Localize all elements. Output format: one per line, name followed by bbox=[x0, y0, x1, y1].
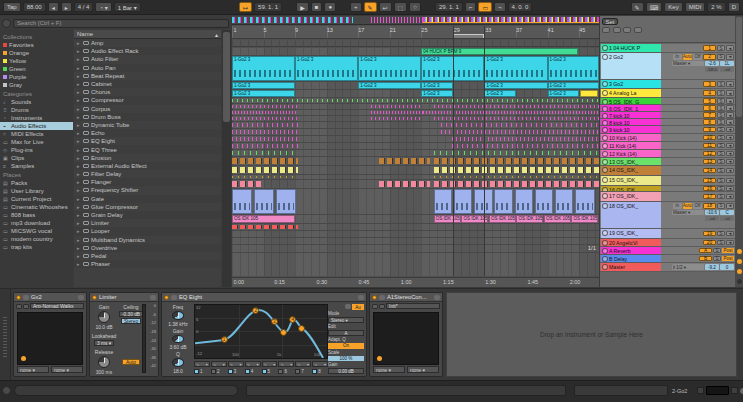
eq-band-node[interactable] bbox=[280, 329, 287, 336]
post-toggle[interactable]: Post bbox=[722, 256, 734, 262]
solo-button[interactable]: S bbox=[717, 186, 725, 191]
category-item[interactable]: ◇Plug-ins bbox=[0, 146, 73, 154]
clip[interactable]: OS IDK 105 bbox=[516, 215, 543, 223]
speaker-icon[interactable]: ◄ bbox=[726, 231, 734, 237]
master-output-select[interactable]: ii 1/2 ▾ bbox=[672, 264, 704, 270]
clip[interactable]: 1-Go2 3 bbox=[358, 56, 421, 81]
category-item[interactable]: ◔Instruments bbox=[0, 114, 73, 122]
track-header-7[interactable]: 7 kick 107S◄ bbox=[600, 112, 735, 119]
pattern-segment[interactable] bbox=[232, 99, 599, 102]
track-name[interactable]: 10 Kick (14) bbox=[601, 134, 661, 141]
clip[interactable]: OS IDK 105 bbox=[489, 215, 516, 223]
band-checkbox[interactable] bbox=[278, 369, 283, 374]
disclosure-icon[interactable]: ▸ bbox=[77, 237, 81, 243]
track-arm-number[interactable]: 8 bbox=[703, 119, 716, 125]
collection-item[interactable]: Purple bbox=[0, 73, 73, 81]
track-name[interactable]: 5 OS_IDK_G bbox=[601, 98, 661, 104]
disclosure-icon[interactable]: ▸ bbox=[77, 253, 81, 259]
q-knob[interactable] bbox=[172, 358, 184, 367]
punch-in-button[interactable]: ⌐ bbox=[465, 2, 477, 12]
track-header-4[interactable]: 4 Analog La4S◄ bbox=[600, 89, 735, 98]
audition-toggle[interactable]: Au bbox=[352, 304, 364, 310]
solo-button[interactable]: S bbox=[717, 45, 725, 51]
device-list-item[interactable]: ▸Gate bbox=[74, 195, 221, 203]
quantize-menu[interactable]: 1 Bar ▾ bbox=[114, 2, 141, 12]
place-item[interactable]: ▭MICSWG vocal bbox=[0, 227, 73, 235]
speaker-icon[interactable]: ◄ bbox=[726, 112, 734, 118]
tempo-field[interactable]: 88.00 bbox=[23, 2, 46, 12]
disclosure-icon[interactable]: ▸ bbox=[77, 163, 81, 169]
gain-value[interactable]: 10.0 dB bbox=[95, 324, 112, 330]
solo-button[interactable]: S bbox=[717, 159, 725, 165]
disclosure-icon[interactable]: ▸ bbox=[77, 147, 81, 153]
loop-start-field[interactable]: 29. 1. 1 bbox=[435, 2, 463, 12]
adaptq-toggle[interactable]: On bbox=[328, 343, 364, 349]
band-activator[interactable]: 5 bbox=[262, 368, 278, 374]
disclosure-icon[interactable]: ▸ bbox=[77, 130, 81, 136]
device-list-item[interactable]: ▸Audio Effect Rack bbox=[74, 47, 221, 55]
track-name[interactable]: B Delay bbox=[601, 255, 661, 262]
category-item[interactable]: ▭Max for Live bbox=[0, 138, 73, 146]
arrangement-scrollbar[interactable] bbox=[735, 16, 743, 287]
pattern-segment[interactable] bbox=[434, 151, 599, 155]
band-checkbox[interactable] bbox=[228, 369, 233, 374]
track-arm-number[interactable]: 2 bbox=[703, 54, 716, 60]
track-arm-number[interactable]: 3 bbox=[703, 81, 716, 87]
clip[interactable]: 1-Go2 3 bbox=[548, 82, 599, 89]
place-item[interactable]: ▭modern country bbox=[0, 235, 73, 243]
disclosure-icon[interactable]: ▸ bbox=[77, 97, 81, 103]
device-list-item[interactable]: ▸EQ Three bbox=[74, 145, 221, 153]
stereo-mode-toggle[interactable]: Stereo bbox=[121, 318, 141, 324]
track-header-14[interactable]: 14 OS_IDK_14S◄ bbox=[600, 166, 735, 176]
speaker-icon[interactable]: ◄ bbox=[726, 98, 734, 104]
track-name[interactable]: 8 kick 10 bbox=[601, 119, 661, 125]
info-view-icon[interactable] bbox=[2, 386, 11, 395]
solo-button[interactable]: S bbox=[713, 256, 721, 262]
filter-type-select[interactable]: ∿▾ bbox=[228, 361, 244, 367]
arrangement-overview[interactable] bbox=[232, 16, 599, 25]
track-arm-number[interactable]: 18 bbox=[703, 203, 716, 209]
device-activator-icon[interactable] bbox=[92, 295, 97, 300]
track-header-18[interactable]: 18 OS_IDK_InAutoOff18S◄Master ▾-10.6C-in… bbox=[600, 202, 735, 229]
track-name[interactable]: Master bbox=[601, 263, 661, 271]
clip[interactable]: OS IDK 105 bbox=[232, 215, 295, 223]
device-list-item[interactable]: ▸Flanger bbox=[74, 178, 221, 186]
disclosure-icon[interactable]: ▸ bbox=[77, 81, 81, 87]
pattern-segment[interactable] bbox=[452, 144, 599, 148]
band-activator[interactable]: 6 bbox=[278, 368, 294, 374]
gx2-xy-panel[interactable] bbox=[17, 312, 83, 365]
record-button[interactable]: ● bbox=[324, 2, 336, 12]
device-list-item[interactable]: ▸External Audio Effect bbox=[74, 162, 221, 170]
gx2-map-select-2[interactable]: none ▾ bbox=[51, 366, 83, 373]
browser-list-header[interactable]: Name ▴ bbox=[74, 30, 221, 39]
solo-button[interactable]: S bbox=[717, 90, 725, 96]
track-arm-number[interactable]: 4 bbox=[703, 90, 716, 96]
collection-item[interactable]: Green bbox=[0, 65, 73, 73]
solo-button[interactable]: S bbox=[717, 54, 725, 60]
pattern-segment[interactable] bbox=[434, 176, 599, 178]
fold-icon[interactable] bbox=[23, 295, 29, 300]
track-arm-number[interactable]: 9 bbox=[703, 127, 716, 133]
clip[interactable] bbox=[515, 189, 533, 214]
speaker-icon[interactable]: ◄ bbox=[726, 194, 734, 200]
volume-value[interactable]: -2.6 bbox=[705, 61, 719, 67]
clip[interactable]: 04 HUCK P BPM 9 bbox=[421, 48, 577, 55]
disclosure-icon[interactable]: ▸ bbox=[77, 220, 81, 226]
pan-value[interactable]: C bbox=[720, 210, 734, 216]
eq-band-node[interactable]: 2 bbox=[252, 307, 259, 314]
speaker-icon[interactable]: ◄ bbox=[726, 151, 734, 157]
filter-type-select[interactable]: ∿▾ bbox=[245, 361, 261, 367]
monitor-in-button[interactable]: In bbox=[673, 54, 682, 60]
band-checkbox[interactable] bbox=[194, 369, 199, 374]
release-value[interactable]: 300 ms bbox=[96, 369, 112, 375]
track-header-master[interactable]: Masterii 1/2 ▾-9.20 bbox=[600, 263, 735, 272]
clip[interactable] bbox=[276, 189, 296, 214]
solo-button[interactable]: S bbox=[717, 135, 725, 141]
solo-button[interactable]: S bbox=[717, 112, 725, 118]
clip[interactable] bbox=[454, 189, 472, 214]
track-name[interactable]: 19 OS_IDK_ bbox=[601, 229, 661, 238]
speaker-icon[interactable]: ◄ bbox=[726, 168, 734, 174]
track-arm-number[interactable]: 20 bbox=[703, 240, 716, 246]
track-header-5[interactable]: 5 OS_IDK_G5S◄ bbox=[600, 98, 735, 105]
place-item[interactable]: ▭808 bass bbox=[0, 211, 73, 219]
